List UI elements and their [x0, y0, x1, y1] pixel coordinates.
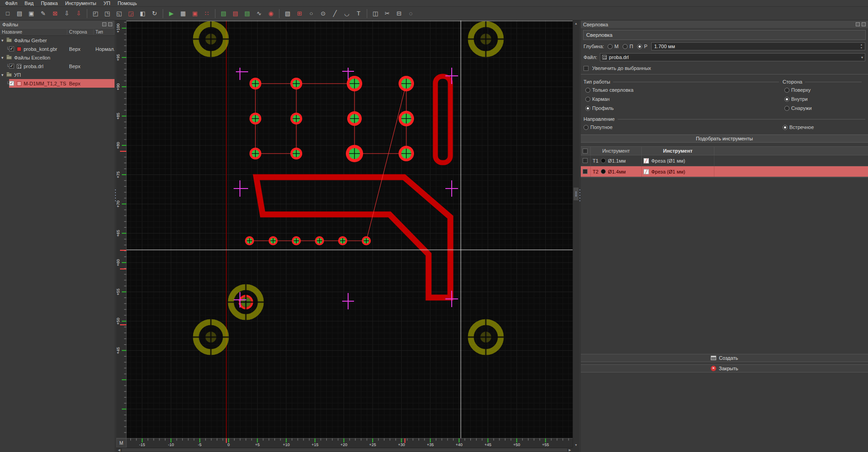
visibility-checkbox[interactable]: ✓ — [9, 46, 14, 51]
align-top-left-button[interactable]: ◰ — [90, 8, 101, 19]
radio-П[interactable]: П — [623, 42, 633, 51]
pick-tools-button[interactable]: Подобрать инструменты — [581, 134, 868, 143]
vscroll-thumb[interactable] — [574, 188, 579, 200]
tree-file-row[interactable]: └✓proba.drlВерх — [0, 62, 115, 70]
create-button[interactable]: Создать — [581, 354, 868, 362]
panel-pin-icon[interactable] — [108, 22, 112, 26]
new-excellon-button[interactable]: ▤ — [230, 8, 241, 19]
right-splitter[interactable] — [579, 20, 581, 452]
tool-row-Т2[interactable]: ✓Т2Ø1.4мм╱Фреза (Ø1 мм) — [581, 166, 868, 177]
copy-button[interactable]: ◫ — [370, 8, 381, 19]
save-project-button[interactable]: ▣ — [26, 8, 37, 19]
tree-folder-row[interactable]: ▾Файлы Excellon — [0, 53, 115, 62]
column-type[interactable]: Тип — [94, 30, 115, 35]
tool-checkbox[interactable]: ✓ — [583, 169, 588, 174]
import-gerber-button[interactable]: ⇩ — [61, 8, 72, 19]
drill-holes-button[interactable]: ∷ — [201, 8, 212, 19]
tree-expand-icon[interactable]: ▾ — [0, 73, 5, 77]
pad-tool-button[interactable]: ⊙ — [318, 8, 329, 19]
radio-Попутное[interactable]: Попутное — [584, 123, 783, 132]
column-side[interactable]: Сторона — [67, 30, 94, 35]
rotate-button[interactable]: ↻ — [149, 8, 160, 19]
align-bottom-right-button[interactable]: ◲ — [125, 8, 136, 19]
radio-circle[interactable] — [637, 44, 642, 49]
zoom-checkbox-box[interactable]: ✓ — [584, 66, 589, 71]
panel-close-icon[interactable] — [862, 22, 866, 26]
menu-Вид[interactable]: Вид — [21, 0, 37, 7]
panel-menu-icon[interactable] — [102, 22, 106, 26]
menu-Инструменты[interactable]: Инструменты — [61, 0, 100, 7]
text-tool-button[interactable]: T — [353, 8, 364, 19]
radio-circle[interactable] — [784, 88, 789, 93]
radio-Профиль[interactable]: Профиль — [584, 104, 783, 113]
menu-Файл[interactable]: Файл — [1, 0, 21, 7]
mill-contour-button[interactable]: ▣ — [190, 8, 200, 19]
record-button[interactable]: ◉ — [265, 8, 276, 19]
radio-Р[interactable]: Р — [637, 42, 647, 51]
mirror-horizontal-button[interactable]: ◧ — [137, 8, 148, 19]
align-bottom-left-button[interactable]: ◱ — [114, 8, 125, 19]
crop-region-button[interactable]: ▧ — [282, 8, 293, 19]
menu-Помощь[interactable]: Помощь — [114, 0, 141, 7]
scroll-up-icon[interactable]: ▲ — [573, 20, 579, 26]
radio-circle[interactable] — [584, 125, 589, 130]
canvas-vscrollbar[interactable]: ▲ ▼ — [573, 20, 579, 447]
save-as-button[interactable]: ✎ — [38, 8, 49, 19]
open-project-button[interactable]: ▤ — [14, 8, 25, 19]
radio-circle[interactable] — [585, 106, 590, 111]
visibility-checkbox[interactable]: ✓ — [9, 81, 14, 86]
file-combo[interactable]: proba.drl ▾ — [600, 53, 865, 61]
tree-folder-row[interactable]: ▾УП — [0, 70, 115, 79]
run-job-button[interactable]: ▶ — [166, 8, 177, 19]
radio-circle[interactable] — [784, 97, 789, 102]
tool-row-Т1[interactable]: ✓Т1Ø1.1мм╱Фреза (Ø1 мм) — [581, 155, 868, 166]
job-settings-button[interactable]: ▦ — [178, 8, 189, 19]
panel-float-icon[interactable] — [856, 22, 860, 26]
tree-file-row[interactable]: └✓M-D1MM_T1,2_TSВерх — [0, 79, 115, 88]
close-button[interactable]: ✕ Закрыть — [581, 364, 868, 373]
tree-folder-row[interactable]: ▾Файлы Gerber — [0, 36, 115, 45]
tool-checkbox[interactable]: ✓ — [583, 158, 588, 163]
depth-input[interactable]: 1.700 мм ▲▼ — [651, 42, 866, 50]
radio-Поверху[interactable]: Поверху — [783, 85, 865, 94]
pcb-canvas[interactable]: +100+95+90+85+80+75+70+65+60+55+50+45-15… — [116, 20, 573, 447]
radio-Только сверловка[interactable]: Только сверловка — [584, 85, 783, 94]
radio-circle[interactable] — [608, 44, 613, 49]
scroll-down-icon[interactable]: ▼ — [573, 442, 579, 447]
radio-М[interactable]: М — [608, 42, 619, 51]
close-project-button[interactable]: ⊠ — [50, 8, 60, 19]
board-outline-button[interactable]: ⊞ — [294, 8, 305, 19]
hscroll-thumb[interactable] — [122, 448, 567, 452]
radio-Снаружи[interactable]: Снаружи — [783, 104, 865, 113]
align-top-right-button[interactable]: ◳ — [102, 8, 113, 19]
import-excellon-button[interactable]: ⇩ — [73, 8, 84, 19]
radio-circle[interactable] — [585, 88, 590, 93]
column-name[interactable]: Название — [0, 30, 67, 35]
radio-circle[interactable] — [783, 125, 788, 130]
tree-file-row[interactable]: └✓proba_kont.gbrВерхНормал... — [0, 45, 115, 53]
circle-tool-button[interactable]: ○ — [306, 8, 317, 19]
table-select-all-checkbox[interactable]: ✓ — [583, 149, 588, 154]
new-gcode-button[interactable]: ▤ — [242, 8, 253, 19]
new-gerber-button[interactable]: ▤ — [218, 8, 229, 19]
menu-Правка[interactable]: Правка — [37, 0, 61, 7]
depth-value[interactable]: 1.700 мм — [654, 44, 859, 49]
radio-Встречное[interactable]: Встречное — [783, 123, 865, 132]
scroll-left-icon[interactable]: ◀ — [116, 448, 122, 452]
canvas-hscrollbar[interactable]: ◀ ▶ — [116, 447, 573, 452]
scroll-right-icon[interactable]: ▶ — [567, 448, 573, 452]
depth-spinner[interactable]: ▲▼ — [859, 43, 864, 50]
radio-circle[interactable] — [784, 106, 789, 111]
radio-circle[interactable] — [585, 97, 590, 102]
visibility-checkbox[interactable]: ✓ — [9, 64, 14, 69]
tree-expand-icon[interactable]: ▾ — [0, 38, 5, 43]
zoom-to-selected-checkbox[interactable]: ✓ Увеличить до выбранных — [581, 64, 868, 73]
paste-button[interactable]: ⊟ — [394, 8, 404, 19]
header-tool[interactable]: Инструмент — [591, 147, 642, 155]
select-region-button[interactable]: ◌ — [405, 8, 416, 19]
arc-tool-button[interactable]: ◡ — [341, 8, 352, 19]
cut-button[interactable]: ✂ — [382, 8, 393, 19]
new-project-button[interactable]: □ — [2, 8, 13, 19]
menu-УП[interactable]: УП — [100, 0, 114, 7]
edit-curve-button[interactable]: ∿ — [254, 8, 264, 19]
